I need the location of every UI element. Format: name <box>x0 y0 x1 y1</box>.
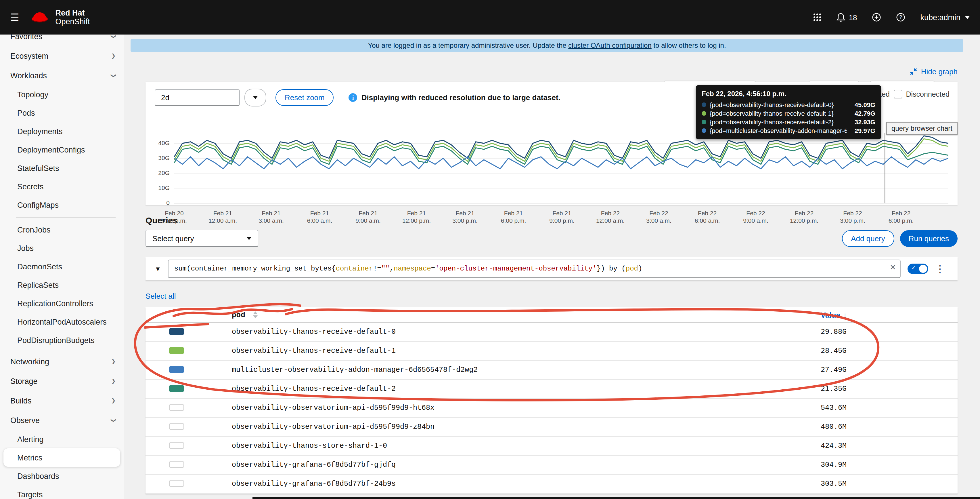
sort-icon[interactable] <box>253 311 258 318</box>
enable-query-toggle[interactable]: ✓ <box>908 264 928 274</box>
timespan-dropdown-button[interactable] <box>244 89 266 107</box>
sidebar-item-cronjobs[interactable]: CronJobs <box>0 220 124 239</box>
hide-graph-button[interactable]: Hide graph <box>910 67 958 76</box>
sidebar-item-ecosystem[interactable]: Ecosystem❯ <box>0 46 124 65</box>
series-toggle-swatch[interactable] <box>169 442 184 449</box>
notifications-button[interactable]: 18 <box>836 13 857 22</box>
sidebar-item-replicationcontrollers[interactable]: ReplicationControllers <box>0 294 124 312</box>
select-all-link[interactable]: Select all <box>145 292 176 300</box>
x-axis-tick-label: Feb 226:00 p.m. <box>889 209 914 225</box>
chevron-down-icon <box>253 96 258 99</box>
run-queries-button[interactable]: Run queries <box>900 230 958 247</box>
help-button[interactable]: ? <box>896 13 905 22</box>
series-value: 303.5M <box>821 480 846 488</box>
sidebar-item-metrics[interactable]: Metrics <box>3 448 120 467</box>
query-expander-chevron-icon[interactable]: ▼ <box>155 265 161 272</box>
sidebar-item-deployments[interactable]: Deployments <box>0 122 124 140</box>
series-toggle-swatch[interactable] <box>169 385 184 392</box>
x-axis-tick-label: Feb 213:00 p.m. <box>452 209 477 225</box>
sidebar-item-workloads[interactable]: Workloads❯ <box>0 65 124 85</box>
sidebar-item-secrets[interactable]: Secrets <box>0 177 124 196</box>
sidebar-item-favorites[interactable]: Favorites❯ <box>0 35 124 46</box>
table-row[interactable]: observability-grafana-6f8d5d77bf-gjdfq30… <box>145 456 958 475</box>
sidebar-item-configmaps[interactable]: ConfigMaps <box>0 196 124 214</box>
series-toggle-swatch[interactable] <box>169 423 184 430</box>
metrics-table-body: observability-thanos-receive-default-029… <box>145 323 958 494</box>
pod-column-header[interactable]: pod <box>232 311 245 319</box>
compress-icon <box>910 68 918 75</box>
y-axis-tick-label: 0 <box>166 199 170 206</box>
series-toggle-swatch[interactable] <box>169 347 184 354</box>
series-toggle-swatch[interactable] <box>169 461 184 468</box>
app-launcher-icon[interactable] <box>813 13 821 21</box>
chevron-down-icon <box>247 237 251 240</box>
nav-toggle-icon[interactable]: ☰ <box>10 11 19 23</box>
sidebar-item-label: DeploymentConfigs <box>17 145 116 154</box>
query-kebab-menu[interactable]: ⋮ <box>935 264 945 274</box>
sidebar-item-label: Builds <box>10 396 111 405</box>
query-expression-input[interactable]: sum(container_memory_working_set_bytes{c… <box>168 260 900 278</box>
expression-token: != <box>373 265 381 273</box>
series-toggle-swatch[interactable] <box>169 480 184 486</box>
redhat-fedora-icon <box>31 10 50 24</box>
series-value: 28.45G <box>821 347 846 355</box>
x-axis-tick-label: Feb 226:00 a.m. <box>695 209 720 225</box>
disconnected-checkbox[interactable]: Disconnected <box>894 90 950 99</box>
x-axis-tick-label: Feb 2212:00 a.m. <box>596 209 625 225</box>
expression-token: pod <box>626 265 638 273</box>
pod-name-cell: observability-grafana-6f8d5d77bf-24b9s <box>232 480 821 488</box>
series-value: 480.6M <box>821 423 846 431</box>
sidebar-item-label: Storage <box>10 377 111 385</box>
sidebar-item-topology[interactable]: Topology <box>0 85 124 104</box>
sidebar-item-builds[interactable]: Builds❯ <box>0 391 124 410</box>
timespan-input[interactable]: 2d <box>155 89 240 106</box>
user-menu[interactable]: kube:admin <box>920 13 970 22</box>
table-row[interactable]: observability-thanos-receive-default-128… <box>145 342 958 361</box>
sidebar-item-label: Workloads <box>10 71 111 80</box>
sidebar-item-deploymentconfigs[interactable]: DeploymentConfigs <box>0 140 124 159</box>
sidebar-item-label: Topology <box>17 90 116 99</box>
chart-y-axis: 40G30G20G10G0 <box>155 132 172 208</box>
sidebar-item-poddisruptionbudgets[interactable]: PodDisruptionBudgets <box>0 331 124 349</box>
sidebar-item-storage[interactable]: Storage❯ <box>0 371 124 391</box>
value-cell: 21.35G <box>821 385 958 393</box>
sidebar-item-replicasets[interactable]: ReplicaSets <box>0 276 124 294</box>
sidebar-item-label: Ecosystem <box>10 51 111 60</box>
notification-count: 18 <box>849 13 857 22</box>
sidebar-item-dashboards[interactable]: Dashboards <box>0 467 124 485</box>
select-query-dropdown[interactable]: Select query <box>145 230 258 247</box>
table-row[interactable]: observability-grafana-6f8d5d77bf-24b9s30… <box>145 475 958 494</box>
sidebar-item-networking[interactable]: Networking❯ <box>0 352 124 371</box>
series-toggle-swatch[interactable] <box>169 366 184 373</box>
pod-name-cell: observability-observatorium-api-d595f99d… <box>232 404 821 412</box>
metrics-line-chart[interactable] <box>174 132 948 208</box>
clear-query-icon[interactable]: ✕ <box>890 264 896 271</box>
table-row[interactable]: observability-observatorium-api-d595f99d… <box>145 399 958 418</box>
sidebar-item-pods[interactable]: Pods <box>0 104 124 122</box>
oauth-config-link[interactable]: cluster OAuth configuration <box>568 41 652 49</box>
sidebar-item-observe[interactable]: Observe❯ <box>0 410 124 430</box>
add-button[interactable] <box>872 13 881 22</box>
table-row[interactable]: observability-thanos-receive-default-221… <box>145 380 958 399</box>
expression-token: ) <box>638 265 642 273</box>
sidebar-item-statefulsets[interactable]: StatefulSets <box>0 159 124 177</box>
reset-zoom-button[interactable]: Reset zoom <box>275 89 334 106</box>
sidebar-item-daemonsets[interactable]: DaemonSets <box>0 257 124 276</box>
sidebar-item-horizontalpodautoscalers[interactable]: HorizontalPodAutoscalers <box>0 312 124 331</box>
banner-text-suffix: to allow others to log in. <box>652 41 726 49</box>
sidebar-item-jobs[interactable]: Jobs <box>0 239 124 257</box>
table-row[interactable]: observability-thanos-store-shard-1-0424.… <box>145 437 958 456</box>
expression-token: }) by ( <box>597 265 626 273</box>
table-row[interactable]: observability-observatorium-api-d595f99d… <box>145 418 958 437</box>
sidebar-item-alerting[interactable]: Alerting <box>0 430 124 448</box>
expression-token: namespace <box>394 265 431 273</box>
value-column-header[interactable]: Value <box>821 311 840 319</box>
series-toggle-swatch[interactable] <box>169 328 184 335</box>
chart-area[interactable]: 40G30G20G10G0 Feb 209:00 p.m.Feb 2112:00… <box>155 132 948 226</box>
add-query-button[interactable]: Add query <box>842 230 894 247</box>
value-cell: 543.6M <box>821 404 958 412</box>
series-toggle-swatch[interactable] <box>169 404 184 411</box>
table-row[interactable]: observability-thanos-receive-default-029… <box>145 323 958 342</box>
table-row[interactable]: multicluster-observability-addon-manager… <box>145 361 958 380</box>
sidebar-item-targets[interactable]: Targets <box>0 485 124 499</box>
